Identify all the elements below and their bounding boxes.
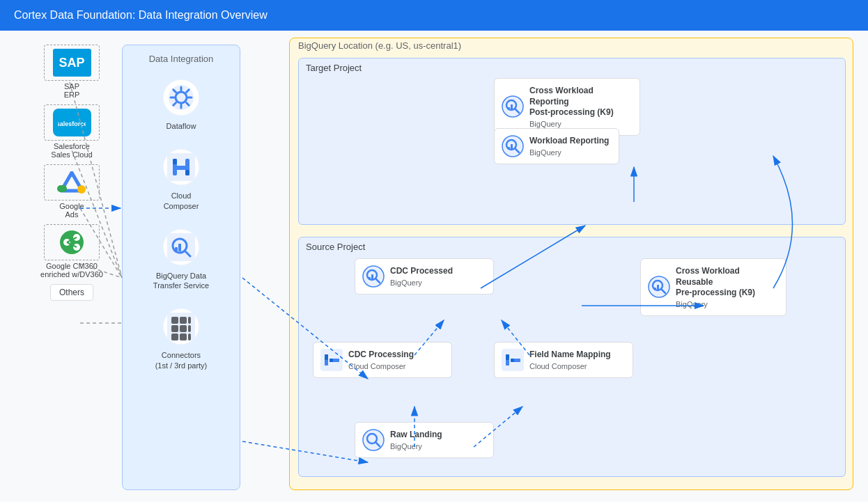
cdc-processed-title: CDC Processed [390,266,485,277]
svg-rect-34 [178,244,181,251]
source-item-others: Others [13,284,131,301]
bq-location-label: BigQuery Location (e.g. US, us-central1) [298,38,461,54]
cdc-processed-icon [362,265,385,288]
workload-reporting-node: Workload Reporting BigQuery [494,128,619,164]
svg-rect-68 [325,354,328,360]
field-name-mapping-subtitle: Cloud Composer [529,362,624,370]
cross-workload-reporting-icon [502,95,524,118]
di-item-bq-transfer: BigQuery Data Transfer Service [153,226,209,291]
cross-workload-reusable-node: Cross Workload ReusablePre-processing (K… [640,258,786,316]
cross-workload-reporting-node: Cross Workload ReportingPost-processing … [494,78,640,136]
di-label-cloud-composer: Cloud Composer [164,191,199,211]
data-integration-title: Data Integration [149,54,214,64]
workload-reporting-title: Workload Reporting [529,136,610,147]
field-name-mapping-icon [502,349,524,371]
svg-point-3 [77,185,86,194]
data-sources-panel: SAP SAP ERP salesforce Salesforce Sales … [13,45,131,309]
sap-logo-icon: SAP [53,49,91,77]
di-item-connectors: Connectors (1st / 3rd party) [155,306,208,370]
target-project-container: Target Project Cross Workload ReportingP… [298,58,846,225]
cdc-processing-title: CDC Processing [348,350,443,361]
cross-workload-reporting-subtitle: BigQuery [529,120,631,128]
workload-reporting-icon [502,135,524,157]
source-project-label: Source Project [306,242,365,252]
svg-rect-65 [657,285,659,290]
app-title: Cortex Data Foundation: Data Integration… [14,9,268,22]
svg-rect-42 [180,334,187,340]
cross-workload-reporting-title: Cross Workload ReportingPost-processing … [529,86,631,118]
workload-reporting-subtitle: BigQuery [529,148,610,157]
svg-rect-27 [173,159,177,164]
main-content: SAP SAP ERP salesforce Salesforce Sales … [0,31,868,502]
cdc-processing-subtitle: Cloud Composer [348,362,443,370]
svg-point-76 [363,430,384,450]
cm360-icon [59,229,85,256]
svg-rect-44 [188,325,191,332]
app-header: Cortex Data Foundation: Data Integration… [0,0,868,31]
connectors-icon [162,307,201,346]
raw-landing-node: Raw Landing BigQuery [355,422,494,458]
svg-rect-43 [188,317,191,324]
data-integration-panel: Data Integration [122,45,240,490]
raw-landing-subtitle: BigQuery [390,442,485,450]
di-item-dataflow: Dataflow [160,77,202,131]
svg-rect-54 [508,147,510,150]
google-ads-icon [57,171,86,194]
svg-rect-59 [369,277,371,280]
di-item-cloud-composer: Cloud Composer [160,146,202,211]
di-label-bq-transfer: BigQuery Data Transfer Service [153,271,209,291]
bq-transfer-icon [162,228,201,267]
svg-rect-39 [171,334,178,340]
svg-rect-28 [185,170,189,175]
raw-landing-icon [362,429,385,451]
svg-rect-37 [171,317,178,324]
di-label-connectors: Connectors (1st / 3rd party) [155,350,208,370]
svg-text:salesforce: salesforce [58,120,86,127]
svg-rect-38 [171,325,178,332]
field-name-mapping-title: Field Name Mapping [529,350,624,361]
cross-workload-reusable-title: Cross Workload ReusablePre-processing (K… [676,266,777,299]
source-item-salesforce: salesforce Salesforce Sales Cloud [13,104,131,159]
cdc-processed-subtitle: BigQuery [390,279,485,287]
source-item-cm360: Google CM360 enriched w/DV360 [13,224,131,279]
sap-label: SAP ERP [64,82,80,99]
raw-landing-title: Raw Landing [390,430,485,441]
source-project-container: Source Project CDC Processed BigQuery [298,237,846,477]
svg-rect-70 [330,359,333,362]
cm360-label: Google CM360 enriched w/DV360 [40,262,103,279]
svg-rect-50 [511,104,513,110]
svg-rect-60 [371,274,373,280]
dataflow-icon [162,78,201,117]
svg-rect-45 [188,334,191,340]
source-item-google-ads: Google Ads [13,164,131,219]
svg-rect-41 [180,325,187,332]
salesforce-logo-icon: salesforce [53,109,91,136]
svg-rect-49 [508,107,510,110]
cdc-processed-node: CDC Processed BigQuery [355,258,494,295]
bq-location-container: BigQuery Location (e.g. US, us-central1)… [289,38,853,490]
cdc-processing-icon [320,349,343,371]
others-box: Others [50,284,93,301]
svg-rect-55 [511,144,513,150]
cdc-processing-node: CDC Processing Cloud Composer [313,342,452,378]
svg-rect-73 [506,354,509,360]
cloud-composer-icon [162,148,201,187]
google-ads-label: Google Ads [59,202,84,219]
salesforce-label: Salesforce Sales Cloud [51,142,92,159]
field-name-mapping-node: Field Name Mapping Cloud Composer [494,342,633,378]
source-item-sap: SAP SAP ERP [13,45,131,99]
cross-workload-reusable-icon [648,276,670,298]
svg-rect-64 [654,288,656,290]
svg-rect-33 [175,247,178,251]
svg-rect-40 [180,317,187,324]
svg-rect-75 [511,359,514,362]
cross-workload-reusable-subtitle: BigQuery [676,300,777,308]
target-project-label: Target Project [306,63,362,73]
di-label-dataflow: Dataflow [166,121,196,131]
svg-rect-4 [57,185,67,192]
